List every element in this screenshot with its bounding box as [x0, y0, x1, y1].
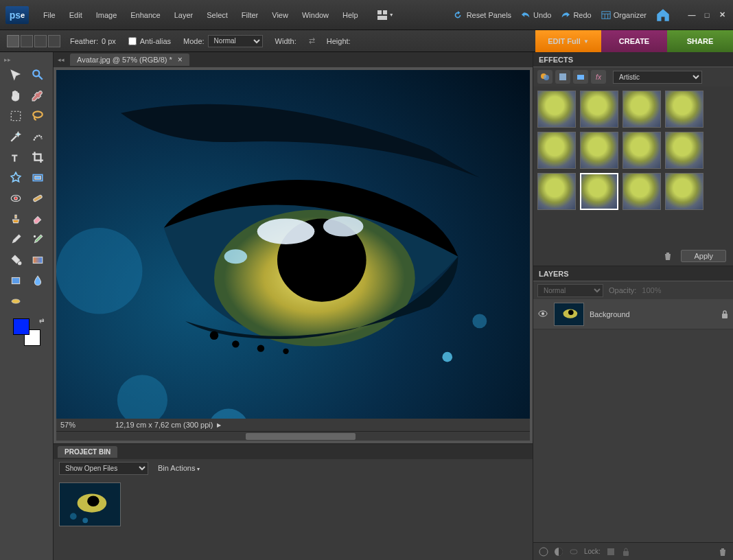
- menu-layer[interactable]: Layer: [168, 8, 200, 22]
- selection-intersect-icon[interactable]: [48, 35, 60, 47]
- effect-thumb[interactable]: [665, 132, 703, 169]
- eyedropper-tool[interactable]: [28, 86, 47, 104]
- maximize-icon[interactable]: □: [701, 10, 712, 21]
- shape-tool[interactable]: [6, 272, 25, 290]
- info-chevron-icon[interactable]: ▶: [217, 422, 221, 428]
- svg-rect-1: [383, 10, 387, 14]
- menu-edit[interactable]: Edit: [63, 8, 89, 22]
- crop-tool[interactable]: [28, 148, 47, 166]
- lock-all-icon[interactable]: [621, 547, 631, 557]
- effect-thumb[interactable]: [537, 132, 576, 169]
- effect-thumb[interactable]: [537, 91, 576, 128]
- bin-thumbnail[interactable]: [59, 482, 121, 526]
- reset-panels-button[interactable]: Reset Panels: [453, 10, 511, 20]
- layers-header[interactable]: LAYERS: [533, 266, 733, 281]
- menu-view[interactable]: View: [266, 8, 294, 22]
- selection-sub-icon[interactable]: [34, 35, 47, 47]
- effect-thumb[interactable]: [623, 91, 661, 128]
- edit-mode-tab[interactable]: EDIT Full▼: [535, 30, 601, 52]
- blur-tool[interactable]: [28, 272, 47, 290]
- lock-pixels-icon[interactable]: [606, 547, 616, 557]
- effect-thumb[interactable]: [537, 173, 576, 210]
- horizontal-scrollbar[interactable]: [56, 431, 530, 441]
- magic-wand-tool[interactable]: [6, 128, 25, 145]
- layer-thumbnail[interactable]: [554, 303, 584, 326]
- lasso-tool[interactable]: [28, 107, 47, 125]
- share-mode-tab[interactable]: SHARE: [667, 30, 733, 52]
- menu-select[interactable]: Select: [200, 8, 234, 22]
- menu-image[interactable]: Image: [90, 8, 124, 22]
- menu-help[interactable]: Help: [336, 8, 364, 22]
- document-tab[interactable]: Avatar.jpg @ 57% (RGB/8) * ×: [70, 54, 189, 66]
- mode-select[interactable]: Normal: [208, 35, 263, 47]
- organizer-button[interactable]: Organizer: [601, 10, 647, 20]
- type-tool[interactable]: T: [6, 148, 25, 166]
- close-icon[interactable]: ✕: [717, 10, 728, 21]
- filters-tab-icon[interactable]: [537, 70, 552, 84]
- effects-tab-icon[interactable]: [573, 70, 588, 84]
- healing-tool[interactable]: [28, 189, 47, 207]
- visibility-icon[interactable]: [537, 309, 548, 320]
- menu-filter[interactable]: Filter: [235, 8, 264, 22]
- delete-layer-icon[interactable]: [718, 547, 728, 557]
- effect-thumb[interactable]: [623, 132, 661, 169]
- selection-add-icon[interactable]: [21, 35, 33, 47]
- selection-new-icon[interactable]: [7, 35, 19, 47]
- minimize-icon[interactable]: —: [686, 10, 697, 21]
- show-open-files-select[interactable]: Show Open Files: [59, 462, 148, 475]
- menu-window[interactable]: Window: [296, 8, 335, 22]
- effects-header[interactable]: EFFECTS: [533, 52, 733, 67]
- layer-name[interactable]: Background: [590, 310, 715, 318]
- brush-tool[interactable]: [6, 231, 25, 248]
- close-tab-icon[interactable]: ×: [178, 55, 183, 65]
- effect-thumb[interactable]: [580, 91, 618, 128]
- antialias-checkbox[interactable]: [128, 37, 137, 45]
- sponge-tool[interactable]: [6, 292, 25, 310]
- menu-enhance[interactable]: Enhance: [124, 8, 166, 22]
- swap-icon[interactable]: ⇄: [309, 36, 320, 45]
- styles-tab-icon[interactable]: [555, 70, 570, 84]
- new-adjustment-icon[interactable]: [539, 547, 548, 557]
- layer-row[interactable]: Background: [533, 299, 733, 329]
- effect-thumb[interactable]: [623, 173, 661, 210]
- create-mode-tab[interactable]: CREATE: [601, 30, 667, 52]
- effects-category-select[interactable]: Artistic: [613, 71, 702, 84]
- zoom-level[interactable]: 57%: [60, 421, 102, 429]
- smart-brush-tool[interactable]: [28, 231, 47, 248]
- menu-file[interactable]: File: [37, 8, 62, 22]
- cookie-cutter-tool[interactable]: [6, 169, 25, 187]
- quick-selection-tool[interactable]: [28, 128, 47, 145]
- foreground-color-swatch[interactable]: [13, 318, 30, 335]
- arrange-button[interactable]: ▼: [377, 8, 396, 22]
- bin-actions-menu[interactable]: Bin Actions ▾: [158, 464, 200, 472]
- adjustment-layer-icon[interactable]: [554, 547, 563, 557]
- project-bin-tab[interactable]: PROJECT BIN: [58, 446, 117, 458]
- paint-bucket-tool[interactable]: [6, 251, 25, 269]
- hand-tool[interactable]: [6, 86, 25, 104]
- redeye-tool[interactable]: [6, 189, 25, 207]
- undo-button[interactable]: Undo: [521, 10, 551, 20]
- canvas[interactable]: [56, 70, 530, 419]
- move-tool[interactable]: [6, 66, 25, 84]
- redo-button[interactable]: Redo: [561, 10, 591, 20]
- fx-tab-icon[interactable]: fx: [591, 70, 606, 84]
- effect-thumb[interactable]: [665, 173, 703, 210]
- effect-thumb[interactable]: [580, 173, 618, 210]
- tabs-collapse-icon[interactable]: ◂◂: [58, 56, 65, 63]
- color-picker[interactable]: ⇄: [13, 318, 40, 346]
- recompose-tool[interactable]: [28, 169, 47, 187]
- zoom-tool[interactable]: [28, 66, 47, 84]
- marquee-tool[interactable]: [6, 107, 25, 125]
- clone-stamp-tool[interactable]: [6, 210, 25, 228]
- effect-thumb[interactable]: [665, 91, 703, 128]
- home-icon[interactable]: [656, 8, 670, 22]
- effect-thumb[interactable]: [580, 132, 618, 169]
- apply-button[interactable]: Apply: [681, 250, 726, 262]
- gradient-tool[interactable]: [28, 251, 47, 269]
- feather-value[interactable]: 0 px: [102, 37, 116, 45]
- eraser-tool[interactable]: [28, 210, 47, 228]
- link-layers-icon[interactable]: [569, 547, 579, 557]
- trash-icon[interactable]: [663, 251, 673, 261]
- blend-mode-select[interactable]: Normal: [537, 284, 603, 297]
- toolbox-collapse-icon[interactable]: ▸▸: [0, 56, 53, 63]
